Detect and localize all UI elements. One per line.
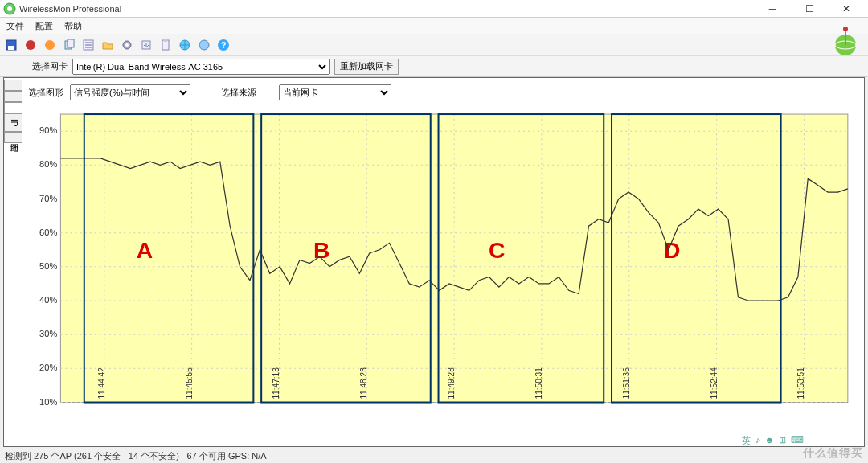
- svg-text:50%: 50%: [39, 261, 57, 271]
- svg-rect-16: [164, 39, 167, 42]
- svg-text:11:50:31: 11:50:31: [534, 367, 543, 399]
- globe-icon[interactable]: [177, 37, 193, 53]
- globe-antenna-icon: [829, 24, 862, 56]
- copy-icon[interactable]: [61, 37, 77, 53]
- graph-src-label: 选择来源: [221, 87, 256, 99]
- window-title: WirelessMon Professional: [19, 4, 754, 14]
- menu-bar: 文件 配置 帮助: [0, 18, 868, 34]
- stop-icon[interactable]: [42, 37, 58, 53]
- graph-type-select[interactable]: 信号强度(%)与时间: [70, 84, 190, 100]
- side-tabs: 概要 统计 图形 IP连接 地图: [4, 80, 22, 143]
- clipboard-icon[interactable]: [158, 37, 174, 53]
- tab-map[interactable]: 地图: [4, 132, 22, 143]
- svg-text:11:47:13: 11:47:13: [272, 367, 280, 399]
- svg-text:11:49:28: 11:49:28: [447, 367, 456, 399]
- nic-label: 选择网卡: [32, 60, 68, 72]
- main-panel: 概要 统计 图形 IP连接 地图 选择图形 信号强度(%)与时间 选择来源 当前…: [3, 77, 865, 447]
- svg-text:11:44:42: 11:44:42: [97, 367, 106, 399]
- graph-controls: 选择图形 信号强度(%)与时间 选择来源 当前网卡: [28, 83, 856, 102]
- svg-text:11:53:51: 11:53:51: [796, 367, 805, 399]
- export-icon[interactable]: [138, 37, 154, 53]
- svg-text:40%: 40%: [39, 295, 57, 305]
- svg-text:30%: 30%: [39, 329, 57, 338]
- svg-text:11:45:55: 11:45:55: [185, 367, 194, 399]
- svg-point-5: [45, 40, 55, 50]
- svg-text:90%: 90%: [39, 125, 57, 135]
- graph-src-select[interactable]: 当前网卡: [279, 84, 391, 100]
- svg-text:?: ?: [221, 40, 227, 50]
- svg-text:10%: 10%: [39, 397, 57, 407]
- svg-point-13: [125, 43, 129, 47]
- svg-text:11:52:44: 11:52:44: [710, 367, 719, 399]
- status-bar: 检测到 275 个AP (261 个安全 - 14 个不安全) - 67 个可用…: [0, 449, 868, 463]
- title-bar: WirelessMon Professional ─ ☐ ✕: [0, 0, 868, 18]
- svg-point-23: [843, 27, 848, 31]
- help-icon[interactable]: ?: [215, 37, 231, 53]
- svg-text:70%: 70%: [39, 194, 57, 203]
- nic-select[interactable]: Intel(R) Dual Band Wireless-AC 3165: [72, 59, 330, 75]
- minimize-button[interactable]: ─: [754, 0, 791, 18]
- record-icon[interactable]: [23, 37, 39, 53]
- close-button[interactable]: ✕: [828, 0, 865, 18]
- reload-nic-button[interactable]: 重新加载网卡: [334, 59, 399, 75]
- menu-file[interactable]: 文件: [6, 20, 24, 32]
- signal-chart: 10%20%30%40%50%60%70%80%90%11:44:4211:45…: [28, 110, 856, 435]
- svg-point-1: [7, 6, 12, 11]
- nic-selector-row: 选择网卡 Intel(R) Dual Band Wireless-AC 3165…: [0, 56, 868, 77]
- svg-text:20%: 20%: [39, 363, 57, 372]
- svg-point-4: [26, 40, 35, 50]
- menu-config[interactable]: 配置: [35, 20, 53, 32]
- svg-text:80%: 80%: [39, 159, 57, 169]
- status-text: 检测到 275 个AP (261 个安全 - 14 个不安全) - 67 个可用…: [5, 451, 267, 461]
- svg-text:A: A: [137, 237, 153, 263]
- svg-rect-7: [68, 39, 74, 47]
- list-icon[interactable]: [80, 37, 96, 53]
- svg-point-18: [199, 40, 209, 50]
- maximize-button[interactable]: ☐: [791, 0, 828, 18]
- gear-icon[interactable]: [119, 37, 135, 53]
- tab-graph[interactable]: 图形: [4, 102, 22, 113]
- svg-rect-3: [8, 46, 14, 50]
- tab-stats[interactable]: 统计: [4, 91, 22, 102]
- svg-text:C: C: [489, 237, 505, 263]
- tab-summary[interactable]: 概要: [4, 80, 22, 91]
- open-icon[interactable]: [100, 37, 116, 53]
- toolbar: ?: [0, 34, 868, 56]
- menu-help[interactable]: 帮助: [64, 20, 82, 32]
- svg-text:60%: 60%: [39, 227, 57, 237]
- tab-ipconn[interactable]: IP连接: [4, 113, 22, 132]
- svg-text:11:48:23: 11:48:23: [359, 367, 368, 399]
- network-icon[interactable]: [196, 37, 212, 53]
- save-icon[interactable]: [3, 37, 19, 53]
- graph-type-label: 选择图形: [28, 87, 63, 99]
- app-icon: [3, 2, 16, 15]
- svg-text:11:51:36: 11:51:36: [622, 367, 631, 399]
